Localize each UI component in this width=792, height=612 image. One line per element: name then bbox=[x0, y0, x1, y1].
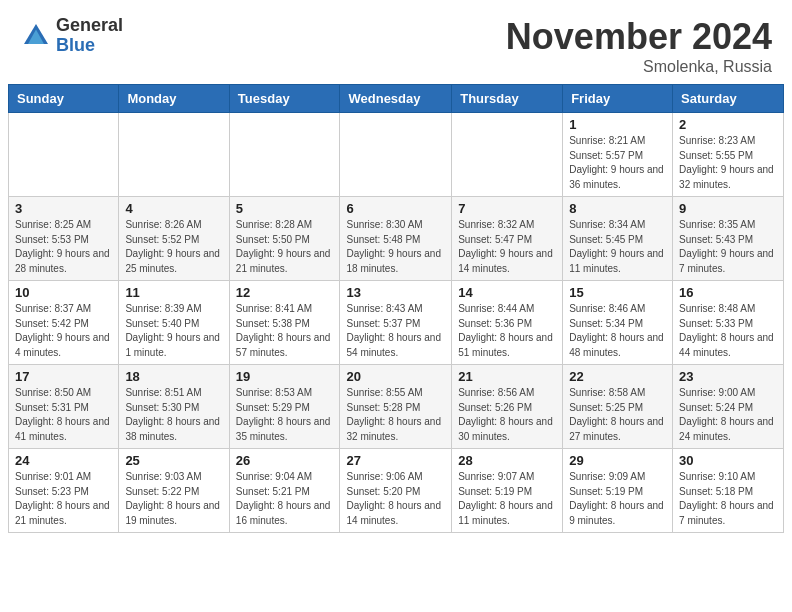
day-info: Sunrise: 8:53 AM Sunset: 5:29 PM Dayligh… bbox=[236, 386, 334, 444]
day-info: Sunrise: 9:03 AM Sunset: 5:22 PM Dayligh… bbox=[125, 470, 222, 528]
day-number: 12 bbox=[236, 285, 334, 300]
day-number: 18 bbox=[125, 369, 222, 384]
day-info: Sunrise: 9:04 AM Sunset: 5:21 PM Dayligh… bbox=[236, 470, 334, 528]
day-number: 7 bbox=[458, 201, 556, 216]
day-number: 3 bbox=[15, 201, 112, 216]
day-info: Sunrise: 8:30 AM Sunset: 5:48 PM Dayligh… bbox=[346, 218, 445, 276]
day-cell: 25Sunrise: 9:03 AM Sunset: 5:22 PM Dayli… bbox=[119, 449, 229, 533]
day-cell: 11Sunrise: 8:39 AM Sunset: 5:40 PM Dayli… bbox=[119, 281, 229, 365]
day-cell bbox=[452, 113, 563, 197]
day-cell: 19Sunrise: 8:53 AM Sunset: 5:29 PM Dayli… bbox=[229, 365, 340, 449]
day-number: 21 bbox=[458, 369, 556, 384]
day-cell: 27Sunrise: 9:06 AM Sunset: 5:20 PM Dayli… bbox=[340, 449, 452, 533]
day-cell: 4Sunrise: 8:26 AM Sunset: 5:52 PM Daylig… bbox=[119, 197, 229, 281]
day-cell: 13Sunrise: 8:43 AM Sunset: 5:37 PM Dayli… bbox=[340, 281, 452, 365]
day-info: Sunrise: 9:09 AM Sunset: 5:19 PM Dayligh… bbox=[569, 470, 666, 528]
day-cell: 2Sunrise: 8:23 AM Sunset: 5:55 PM Daylig… bbox=[673, 113, 784, 197]
col-monday: Monday bbox=[119, 85, 229, 113]
day-number: 20 bbox=[346, 369, 445, 384]
title-block: November 2024 Smolenka, Russia bbox=[506, 16, 772, 76]
day-info: Sunrise: 8:56 AM Sunset: 5:26 PM Dayligh… bbox=[458, 386, 556, 444]
day-info: Sunrise: 8:44 AM Sunset: 5:36 PM Dayligh… bbox=[458, 302, 556, 360]
day-number: 15 bbox=[569, 285, 666, 300]
day-cell bbox=[9, 113, 119, 197]
page-header: General Blue November 2024 Smolenka, Rus… bbox=[0, 0, 792, 84]
day-cell: 3Sunrise: 8:25 AM Sunset: 5:53 PM Daylig… bbox=[9, 197, 119, 281]
day-number: 27 bbox=[346, 453, 445, 468]
day-cell: 29Sunrise: 9:09 AM Sunset: 5:19 PM Dayli… bbox=[563, 449, 673, 533]
col-tuesday: Tuesday bbox=[229, 85, 340, 113]
day-number: 9 bbox=[679, 201, 777, 216]
day-info: Sunrise: 8:55 AM Sunset: 5:28 PM Dayligh… bbox=[346, 386, 445, 444]
day-info: Sunrise: 8:37 AM Sunset: 5:42 PM Dayligh… bbox=[15, 302, 112, 360]
day-number: 30 bbox=[679, 453, 777, 468]
day-number: 2 bbox=[679, 117, 777, 132]
location: Smolenka, Russia bbox=[506, 58, 772, 76]
day-cell: 14Sunrise: 8:44 AM Sunset: 5:36 PM Dayli… bbox=[452, 281, 563, 365]
day-cell: 10Sunrise: 8:37 AM Sunset: 5:42 PM Dayli… bbox=[9, 281, 119, 365]
day-cell: 15Sunrise: 8:46 AM Sunset: 5:34 PM Dayli… bbox=[563, 281, 673, 365]
day-number: 10 bbox=[15, 285, 112, 300]
day-cell: 30Sunrise: 9:10 AM Sunset: 5:18 PM Dayli… bbox=[673, 449, 784, 533]
day-info: Sunrise: 9:10 AM Sunset: 5:18 PM Dayligh… bbox=[679, 470, 777, 528]
col-friday: Friday bbox=[563, 85, 673, 113]
day-number: 11 bbox=[125, 285, 222, 300]
week-row-2: 3Sunrise: 8:25 AM Sunset: 5:53 PM Daylig… bbox=[9, 197, 784, 281]
day-cell bbox=[229, 113, 340, 197]
day-info: Sunrise: 8:50 AM Sunset: 5:31 PM Dayligh… bbox=[15, 386, 112, 444]
day-info: Sunrise: 8:25 AM Sunset: 5:53 PM Dayligh… bbox=[15, 218, 112, 276]
day-info: Sunrise: 8:43 AM Sunset: 5:37 PM Dayligh… bbox=[346, 302, 445, 360]
week-row-3: 10Sunrise: 8:37 AM Sunset: 5:42 PM Dayli… bbox=[9, 281, 784, 365]
day-info: Sunrise: 9:07 AM Sunset: 5:19 PM Dayligh… bbox=[458, 470, 556, 528]
day-number: 5 bbox=[236, 201, 334, 216]
day-info: Sunrise: 8:23 AM Sunset: 5:55 PM Dayligh… bbox=[679, 134, 777, 192]
day-cell: 24Sunrise: 9:01 AM Sunset: 5:23 PM Dayli… bbox=[9, 449, 119, 533]
day-info: Sunrise: 8:35 AM Sunset: 5:43 PM Dayligh… bbox=[679, 218, 777, 276]
week-row-5: 24Sunrise: 9:01 AM Sunset: 5:23 PM Dayli… bbox=[9, 449, 784, 533]
day-number: 26 bbox=[236, 453, 334, 468]
day-info: Sunrise: 8:28 AM Sunset: 5:50 PM Dayligh… bbox=[236, 218, 334, 276]
logo-icon bbox=[20, 20, 52, 52]
day-info: Sunrise: 9:06 AM Sunset: 5:20 PM Dayligh… bbox=[346, 470, 445, 528]
day-cell: 16Sunrise: 8:48 AM Sunset: 5:33 PM Dayli… bbox=[673, 281, 784, 365]
day-info: Sunrise: 8:26 AM Sunset: 5:52 PM Dayligh… bbox=[125, 218, 222, 276]
month-title: November 2024 bbox=[506, 16, 772, 58]
day-cell: 9Sunrise: 8:35 AM Sunset: 5:43 PM Daylig… bbox=[673, 197, 784, 281]
day-number: 16 bbox=[679, 285, 777, 300]
day-number: 29 bbox=[569, 453, 666, 468]
day-cell: 1Sunrise: 8:21 AM Sunset: 5:57 PM Daylig… bbox=[563, 113, 673, 197]
day-info: Sunrise: 8:21 AM Sunset: 5:57 PM Dayligh… bbox=[569, 134, 666, 192]
day-number: 19 bbox=[236, 369, 334, 384]
day-info: Sunrise: 8:46 AM Sunset: 5:34 PM Dayligh… bbox=[569, 302, 666, 360]
day-info: Sunrise: 8:41 AM Sunset: 5:38 PM Dayligh… bbox=[236, 302, 334, 360]
week-row-1: 1Sunrise: 8:21 AM Sunset: 5:57 PM Daylig… bbox=[9, 113, 784, 197]
day-number: 28 bbox=[458, 453, 556, 468]
calendar-header-row: Sunday Monday Tuesday Wednesday Thursday… bbox=[9, 85, 784, 113]
calendar-wrapper: Sunday Monday Tuesday Wednesday Thursday… bbox=[0, 84, 792, 541]
day-info: Sunrise: 8:39 AM Sunset: 5:40 PM Dayligh… bbox=[125, 302, 222, 360]
day-cell: 5Sunrise: 8:28 AM Sunset: 5:50 PM Daylig… bbox=[229, 197, 340, 281]
col-saturday: Saturday bbox=[673, 85, 784, 113]
logo-general: General bbox=[56, 16, 123, 36]
day-cell: 26Sunrise: 9:04 AM Sunset: 5:21 PM Dayli… bbox=[229, 449, 340, 533]
day-number: 24 bbox=[15, 453, 112, 468]
calendar-table: Sunday Monday Tuesday Wednesday Thursday… bbox=[8, 84, 784, 533]
day-cell: 8Sunrise: 8:34 AM Sunset: 5:45 PM Daylig… bbox=[563, 197, 673, 281]
day-number: 4 bbox=[125, 201, 222, 216]
day-cell bbox=[119, 113, 229, 197]
day-info: Sunrise: 8:34 AM Sunset: 5:45 PM Dayligh… bbox=[569, 218, 666, 276]
day-cell: 17Sunrise: 8:50 AM Sunset: 5:31 PM Dayli… bbox=[9, 365, 119, 449]
day-info: Sunrise: 8:51 AM Sunset: 5:30 PM Dayligh… bbox=[125, 386, 222, 444]
day-number: 1 bbox=[569, 117, 666, 132]
day-info: Sunrise: 8:48 AM Sunset: 5:33 PM Dayligh… bbox=[679, 302, 777, 360]
day-number: 23 bbox=[679, 369, 777, 384]
day-cell: 21Sunrise: 8:56 AM Sunset: 5:26 PM Dayli… bbox=[452, 365, 563, 449]
day-info: Sunrise: 8:58 AM Sunset: 5:25 PM Dayligh… bbox=[569, 386, 666, 444]
day-info: Sunrise: 9:01 AM Sunset: 5:23 PM Dayligh… bbox=[15, 470, 112, 528]
col-wednesday: Wednesday bbox=[340, 85, 452, 113]
week-row-4: 17Sunrise: 8:50 AM Sunset: 5:31 PM Dayli… bbox=[9, 365, 784, 449]
day-number: 14 bbox=[458, 285, 556, 300]
day-number: 8 bbox=[569, 201, 666, 216]
day-cell: 22Sunrise: 8:58 AM Sunset: 5:25 PM Dayli… bbox=[563, 365, 673, 449]
logo-text: General Blue bbox=[56, 16, 123, 56]
